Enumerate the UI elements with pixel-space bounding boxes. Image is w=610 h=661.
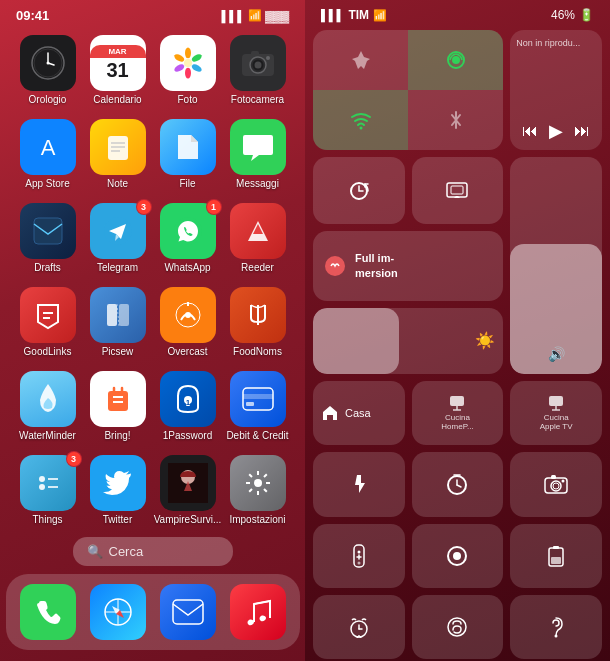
calendario-icon: MAR 31 <box>90 35 146 91</box>
media-tile: Non in riprodu... ⏮ ▶ ⏭ <box>510 30 602 150</box>
app-bring[interactable]: Bring! <box>88 371 148 441</box>
debit-label: Debit & Credit <box>226 430 288 441</box>
app-messaggi[interactable]: Messaggi <box>228 119 288 189</box>
app-appstore[interactable]: A App Store <box>18 119 78 189</box>
svg-point-84 <box>453 552 461 560</box>
svg-point-44 <box>39 476 45 482</box>
app-debit[interactable]: Debit & Credit <box>228 371 288 441</box>
svg-rect-42 <box>246 402 254 406</box>
overcast-label: Overcast <box>167 346 207 357</box>
svg-line-29 <box>117 304 119 326</box>
search-icon: 🔍 <box>87 544 103 559</box>
connectivity-group <box>313 30 503 150</box>
appstore-icon: A <box>20 119 76 175</box>
status-left: ▌▌▌ TIM 📶 <box>321 8 387 22</box>
1password-label: 1Password <box>163 430 212 441</box>
reeder-label: Reeder <box>241 262 274 273</box>
svg-point-50 <box>254 479 262 487</box>
rotation-lock-btn[interactable] <box>313 157 405 223</box>
svg-text:1: 1 <box>185 398 190 407</box>
focus-mode-btn[interactable]: Full im-mersion <box>313 231 503 301</box>
app-note[interactable]: Note <box>88 119 148 189</box>
telegram-label: Telegram <box>97 262 138 273</box>
svg-rect-76 <box>551 475 556 479</box>
app-whatsapp[interactable]: 1 WhatsApp <box>158 203 218 273</box>
remote-btn[interactable] <box>313 524 405 588</box>
brightness-slider[interactable]: ☀️ <box>313 308 503 374</box>
impostazioni-label: Impostazioni <box>229 514 285 525</box>
app-reeder[interactable]: Reeder <box>228 203 288 273</box>
dock-phone[interactable] <box>20 584 76 640</box>
svg-rect-43 <box>36 471 60 495</box>
appstore-label: App Store <box>25 178 69 189</box>
screen-mirror-btn[interactable] <box>412 157 504 223</box>
timer-btn[interactable] <box>412 452 504 516</box>
bluetooth-btn[interactable] <box>408 90 503 150</box>
battery-icon: ▓▓▓ <box>265 10 289 22</box>
1password-icon: 1 <box>160 371 216 427</box>
play-btn[interactable]: ▶ <box>549 120 563 142</box>
fotocamera-label: Fotocamera <box>231 94 284 105</box>
svg-point-57 <box>452 56 460 64</box>
app-calendario[interactable]: MAR 31 Calendario <box>88 35 148 105</box>
search-bar[interactable]: 🔍 Cerca <box>73 537 233 566</box>
wifi-right-icon: 📶 <box>373 9 387 22</box>
app-file[interactable]: File <box>158 119 218 189</box>
flashlight-btn[interactable] <box>313 452 405 516</box>
app-goodlinks[interactable]: GoodLinks <box>18 287 78 357</box>
app-things[interactable]: 3 Things <box>18 455 78 525</box>
app-picsew[interactable]: Picsew <box>88 287 148 357</box>
cucina-home-tile[interactable]: CucinaHomeP... <box>412 381 504 445</box>
focus-label: Full im-mersion <box>355 251 398 280</box>
file-icon <box>160 119 216 175</box>
fotocamera-icon <box>230 35 286 91</box>
cucina-tv-tile[interactable]: CucinaApple TV <box>510 381 602 445</box>
app-foto[interactable]: Foto <box>158 35 218 105</box>
app-orologio[interactable]: Orologio <box>18 35 78 105</box>
svg-rect-60 <box>447 183 467 197</box>
svg-rect-63 <box>450 396 464 406</box>
svg-rect-54 <box>173 600 203 624</box>
overcast-icon <box>160 287 216 343</box>
goodlinks-label: GoodLinks <box>24 346 72 357</box>
wifi-icon: 📶 <box>248 9 262 22</box>
volume-slider[interactable]: 🔊 <box>510 157 602 374</box>
app-telegram[interactable]: 3 Telegram <box>88 203 148 273</box>
file-label: File <box>179 178 195 189</box>
screen-record-btn[interactable] <box>412 524 504 588</box>
home-tile[interactable]: Casa <box>313 381 405 445</box>
cellular-btn[interactable] <box>408 30 503 90</box>
prev-track-btn[interactable]: ⏮ <box>522 122 538 140</box>
calendario-label: Calendario <box>93 94 141 105</box>
app-1password[interactable]: 1 1Password <box>158 371 218 441</box>
shazam-btn[interactable] <box>412 595 504 659</box>
wifi-btn[interactable] <box>313 90 408 150</box>
carrier-label: TIM <box>348 8 369 22</box>
picsew-icon <box>90 287 146 343</box>
camera-btn[interactable] <box>510 452 602 516</box>
dock-music[interactable] <box>230 584 286 640</box>
app-vampire[interactable]: VampireSurvi... <box>158 455 218 525</box>
next-track-btn[interactable]: ⏭ <box>574 122 590 140</box>
dock-safari[interactable] <box>90 584 146 640</box>
app-twitter[interactable]: Twitter <box>88 455 148 525</box>
app-impostazioni[interactable]: Impostazioni <box>228 455 288 525</box>
app-overcast[interactable]: Overcast <box>158 287 218 357</box>
svg-point-18 <box>266 56 270 60</box>
svg-line-71 <box>457 485 461 487</box>
svg-point-9 <box>185 68 191 79</box>
app-fotocamera[interactable]: Fotocamera <box>228 35 288 105</box>
app-foodnoms[interactable]: FoodNoms <box>228 287 288 357</box>
svg-point-75 <box>553 483 559 489</box>
foodnoms-icon <box>230 287 286 343</box>
airplane-mode-btn[interactable] <box>313 30 408 90</box>
hearing-btn[interactable] <box>510 595 602 659</box>
svg-rect-27 <box>107 304 117 326</box>
telegram-badge: 3 <box>136 199 152 215</box>
alarm-btn[interactable] <box>313 595 405 659</box>
app-waterminder[interactable]: WaterMinder <box>18 371 78 441</box>
svg-rect-86 <box>553 546 559 549</box>
app-drafts[interactable]: Drafts <box>18 203 78 273</box>
dock-mail[interactable] <box>160 584 216 640</box>
battery-widget-btn[interactable] <box>510 524 602 588</box>
